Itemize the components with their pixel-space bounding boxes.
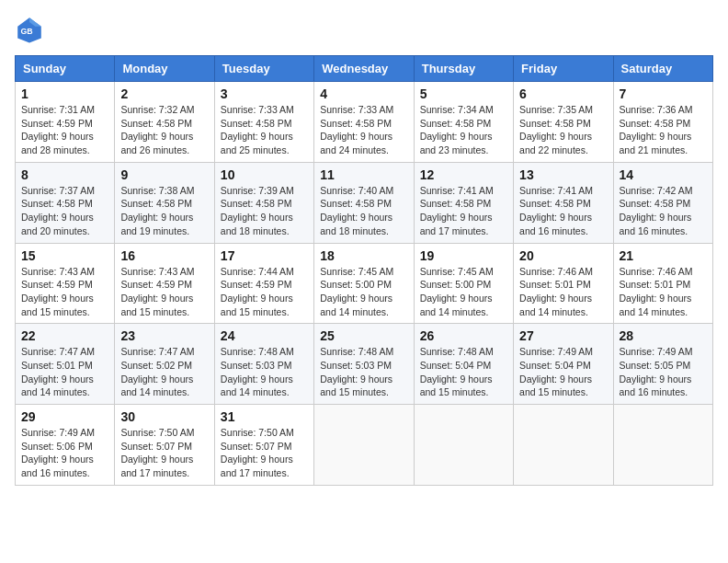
calendar-cell: 4 Sunrise: 7:33 AMSunset: 4:58 PMDayligh…	[314, 82, 414, 163]
weekday-wednesday: Wednesday	[314, 56, 414, 82]
weekday-tuesday: Tuesday	[214, 56, 313, 82]
calendar-cell: 16 Sunrise: 7:43 AMSunset: 4:59 PMDaylig…	[115, 243, 214, 324]
day-number: 3	[221, 86, 308, 101]
calendar-cell: 13 Sunrise: 7:41 AMSunset: 4:58 PMDaylig…	[514, 162, 613, 243]
day-info: Sunrise: 7:33 AMSunset: 4:58 PMDaylight:…	[221, 104, 294, 155]
day-number: 23	[120, 328, 208, 343]
day-number: 19	[420, 248, 507, 263]
day-number: 17	[221, 248, 308, 263]
logo-icon: GB	[15, 15, 44, 44]
calendar-cell: 21 Sunrise: 7:46 AMSunset: 5:01 PMDaylig…	[613, 243, 712, 324]
day-number: 26	[420, 328, 507, 343]
day-info: Sunrise: 7:33 AMSunset: 4:58 PMDaylight:…	[320, 104, 393, 155]
day-number: 4	[320, 86, 407, 101]
calendar-cell: 10 Sunrise: 7:39 AMSunset: 4:58 PMDaylig…	[214, 162, 313, 243]
day-info: Sunrise: 7:49 AMSunset: 5:04 PMDaylight:…	[519, 346, 593, 397]
calendar: SundayMondayTuesdayWednesdayThursdayFrid…	[15, 55, 713, 486]
day-number: 5	[420, 86, 507, 101]
calendar-cell: 15 Sunrise: 7:43 AMSunset: 4:59 PMDaylig…	[16, 243, 115, 324]
day-number: 13	[519, 167, 607, 182]
logo: GB	[15, 15, 48, 44]
svg-text:GB: GB	[20, 27, 32, 36]
day-number: 18	[320, 248, 407, 263]
calendar-cell: 8 Sunrise: 7:37 AMSunset: 4:58 PMDayligh…	[16, 162, 115, 243]
day-number: 22	[21, 328, 108, 343]
weekday-saturday: Saturday	[613, 56, 712, 82]
calendar-cell: 1 Sunrise: 7:31 AMSunset: 4:59 PMDayligh…	[16, 82, 115, 163]
day-info: Sunrise: 7:50 AMSunset: 5:07 PMDaylight:…	[120, 427, 194, 478]
calendar-cell: 3 Sunrise: 7:33 AMSunset: 4:58 PMDayligh…	[214, 82, 313, 163]
day-info: Sunrise: 7:34 AMSunset: 4:58 PMDaylight:…	[420, 104, 494, 155]
calendar-cell: 18 Sunrise: 7:45 AMSunset: 5:00 PMDaylig…	[314, 243, 414, 324]
calendar-cell: 20 Sunrise: 7:46 AMSunset: 5:01 PMDaylig…	[514, 243, 613, 324]
day-info: Sunrise: 7:31 AMSunset: 4:59 PMDaylight:…	[21, 104, 95, 155]
calendar-cell: 24 Sunrise: 7:48 AMSunset: 5:03 PMDaylig…	[214, 324, 313, 405]
day-number: 9	[120, 167, 208, 182]
calendar-cell: 14 Sunrise: 7:42 AMSunset: 4:58 PMDaylig…	[613, 162, 712, 243]
day-info: Sunrise: 7:47 AMSunset: 5:01 PMDaylight:…	[21, 346, 95, 397]
day-info: Sunrise: 7:48 AMSunset: 5:03 PMDaylight:…	[320, 346, 393, 397]
day-info: Sunrise: 7:44 AMSunset: 4:59 PMDaylight:…	[221, 266, 294, 317]
calendar-cell: 31 Sunrise: 7:50 AMSunset: 5:07 PMDaylig…	[214, 405, 313, 486]
day-info: Sunrise: 7:43 AMSunset: 4:59 PMDaylight:…	[120, 266, 194, 317]
day-info: Sunrise: 7:47 AMSunset: 5:02 PMDaylight:…	[120, 346, 194, 397]
weekday-monday: Monday	[115, 56, 214, 82]
day-info: Sunrise: 7:35 AMSunset: 4:58 PMDaylight:…	[519, 104, 593, 155]
calendar-week-5: 29 Sunrise: 7:49 AMSunset: 5:06 PMDaylig…	[16, 405, 713, 486]
day-info: Sunrise: 7:39 AMSunset: 4:58 PMDaylight:…	[221, 185, 294, 236]
calendar-week-4: 22 Sunrise: 7:47 AMSunset: 5:01 PMDaylig…	[16, 324, 713, 405]
calendar-cell: 26 Sunrise: 7:48 AMSunset: 5:04 PMDaylig…	[414, 324, 513, 405]
weekday-header-row: SundayMondayTuesdayWednesdayThursdayFrid…	[16, 56, 713, 82]
day-info: Sunrise: 7:49 AMSunset: 5:06 PMDaylight:…	[21, 427, 95, 478]
calendar-cell	[414, 405, 513, 486]
day-info: Sunrise: 7:48 AMSunset: 5:03 PMDaylight:…	[221, 346, 294, 397]
calendar-cell	[514, 405, 613, 486]
calendar-cell: 12 Sunrise: 7:41 AMSunset: 4:58 PMDaylig…	[414, 162, 513, 243]
calendar-cell: 29 Sunrise: 7:49 AMSunset: 5:06 PMDaylig…	[16, 405, 115, 486]
day-info: Sunrise: 7:37 AMSunset: 4:58 PMDaylight:…	[21, 185, 95, 236]
day-info: Sunrise: 7:43 AMSunset: 4:59 PMDaylight:…	[21, 266, 95, 317]
calendar-week-1: 1 Sunrise: 7:31 AMSunset: 4:59 PMDayligh…	[16, 82, 713, 163]
day-info: Sunrise: 7:48 AMSunset: 5:04 PMDaylight:…	[420, 346, 494, 397]
calendar-week-2: 8 Sunrise: 7:37 AMSunset: 4:58 PMDayligh…	[16, 162, 713, 243]
day-number: 1	[21, 86, 108, 101]
day-info: Sunrise: 7:40 AMSunset: 4:58 PMDaylight:…	[320, 185, 393, 236]
calendar-cell	[314, 405, 414, 486]
calendar-body: 1 Sunrise: 7:31 AMSunset: 4:59 PMDayligh…	[16, 82, 713, 486]
weekday-thursday: Thursday	[414, 56, 513, 82]
calendar-cell	[613, 405, 712, 486]
day-info: Sunrise: 7:38 AMSunset: 4:58 PMDaylight:…	[120, 185, 194, 236]
calendar-cell: 22 Sunrise: 7:47 AMSunset: 5:01 PMDaylig…	[16, 324, 115, 405]
calendar-cell: 6 Sunrise: 7:35 AMSunset: 4:58 PMDayligh…	[514, 82, 613, 163]
day-info: Sunrise: 7:42 AMSunset: 4:58 PMDaylight:…	[620, 185, 693, 236]
day-number: 29	[21, 409, 108, 424]
day-number: 14	[620, 167, 707, 182]
day-number: 30	[120, 409, 208, 424]
calendar-cell: 5 Sunrise: 7:34 AMSunset: 4:58 PMDayligh…	[414, 82, 513, 163]
day-number: 12	[420, 167, 507, 182]
calendar-cell: 17 Sunrise: 7:44 AMSunset: 4:59 PMDaylig…	[214, 243, 313, 324]
weekday-friday: Friday	[514, 56, 613, 82]
day-number: 8	[21, 167, 108, 182]
day-number: 15	[21, 248, 108, 263]
day-info: Sunrise: 7:46 AMSunset: 5:01 PMDaylight:…	[519, 266, 593, 317]
day-number: 7	[620, 86, 707, 101]
page-header: GB	[15, 15, 713, 44]
day-number: 24	[221, 328, 308, 343]
calendar-cell: 28 Sunrise: 7:49 AMSunset: 5:05 PMDaylig…	[613, 324, 712, 405]
calendar-cell: 9 Sunrise: 7:38 AMSunset: 4:58 PMDayligh…	[115, 162, 214, 243]
day-number: 2	[120, 86, 208, 101]
calendar-cell: 23 Sunrise: 7:47 AMSunset: 5:02 PMDaylig…	[115, 324, 214, 405]
calendar-cell: 2 Sunrise: 7:32 AMSunset: 4:58 PMDayligh…	[115, 82, 214, 163]
calendar-cell: 25 Sunrise: 7:48 AMSunset: 5:03 PMDaylig…	[314, 324, 414, 405]
day-number: 27	[519, 328, 607, 343]
calendar-cell: 11 Sunrise: 7:40 AMSunset: 4:58 PMDaylig…	[314, 162, 414, 243]
day-number: 31	[221, 409, 308, 424]
day-number: 6	[519, 86, 607, 101]
calendar-week-3: 15 Sunrise: 7:43 AMSunset: 4:59 PMDaylig…	[16, 243, 713, 324]
day-info: Sunrise: 7:46 AMSunset: 5:01 PMDaylight:…	[620, 266, 693, 317]
weekday-sunday: Sunday	[16, 56, 115, 82]
day-info: Sunrise: 7:49 AMSunset: 5:05 PMDaylight:…	[620, 346, 693, 397]
day-info: Sunrise: 7:41 AMSunset: 4:58 PMDaylight:…	[420, 185, 494, 236]
day-info: Sunrise: 7:45 AMSunset: 5:00 PMDaylight:…	[320, 266, 393, 317]
